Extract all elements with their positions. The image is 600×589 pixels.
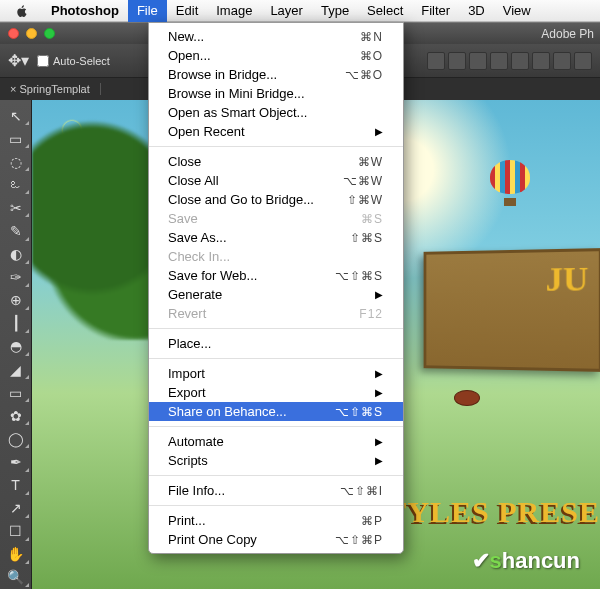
- system-menubar: Photoshop File Edit Image Layer Type Sel…: [0, 0, 600, 22]
- menu-item-browse-in-bridge[interactable]: Browse in Bridge...⌥⌘O: [149, 65, 403, 84]
- watermark: ✔shancun: [472, 548, 580, 574]
- menu-item-new[interactable]: New...⌘N: [149, 27, 403, 46]
- align-btn[interactable]: [574, 52, 592, 70]
- tool-10[interactable]: ◓: [0, 335, 31, 358]
- menu-item-browse-in-mini-bridge[interactable]: Browse in Mini Bridge...: [149, 84, 403, 103]
- file-menu-dropdown: New...⌘NOpen...⌘OBrowse in Bridge...⌥⌘OB…: [148, 22, 404, 554]
- tool-18[interactable]: ☐: [0, 520, 31, 543]
- shortcut: ⌥⇧⌘P: [335, 533, 383, 547]
- menu-file[interactable]: File: [128, 0, 167, 22]
- menu-item-print[interactable]: Print...⌘P: [149, 511, 403, 530]
- menu-item-share-on-behance[interactable]: Share on Behance...⌥⇧⌘S: [149, 402, 403, 421]
- menu-layer[interactable]: Layer: [261, 0, 312, 22]
- align-btn[interactable]: [511, 52, 529, 70]
- auto-select-checkbox[interactable]: Auto-Select: [37, 55, 110, 67]
- menu-item-open[interactable]: Open...⌘O: [149, 46, 403, 65]
- menu-item-label: Import: [168, 366, 205, 381]
- close-button[interactable]: [8, 28, 19, 39]
- tool-12[interactable]: ▭: [0, 381, 31, 404]
- menu-item-open-recent[interactable]: Open Recent▶: [149, 122, 403, 141]
- submenu-arrow-icon: ▶: [375, 126, 383, 137]
- menu-item-automate[interactable]: Automate▶: [149, 432, 403, 451]
- tool-11[interactable]: ◢: [0, 358, 31, 381]
- menu-item-open-as-smart-object[interactable]: Open as Smart Object...: [149, 103, 403, 122]
- menu-view[interactable]: View: [494, 0, 540, 22]
- menu-item-import[interactable]: Import▶: [149, 364, 403, 383]
- menu-item-label: Close: [168, 154, 201, 169]
- shortcut: ⌘W: [358, 155, 383, 169]
- shortcut: ⌘N: [360, 30, 383, 44]
- menu-item-label: Open Recent: [168, 124, 245, 139]
- tool-13[interactable]: ✿: [0, 404, 31, 427]
- menu-image[interactable]: Image: [207, 0, 261, 22]
- menu-item-label: Generate: [168, 287, 222, 302]
- submenu-arrow-icon: ▶: [375, 289, 383, 300]
- shortcut: ⌥⇧⌘S: [335, 269, 383, 283]
- move-tool-icon[interactable]: ✥▾: [8, 51, 29, 70]
- minimize-button[interactable]: [26, 28, 37, 39]
- tool-15[interactable]: ✒: [0, 450, 31, 473]
- tool-3[interactable]: ఒ: [0, 173, 31, 196]
- tool-7[interactable]: ✑: [0, 266, 31, 289]
- menu-item-save-as[interactable]: Save As...⇧⌘S: [149, 228, 403, 247]
- tool-9[interactable]: ┃: [0, 312, 31, 335]
- shortcut: ⇧⌘S: [350, 231, 383, 245]
- tool-20[interactable]: 🔍: [0, 566, 31, 589]
- menu-item-export[interactable]: Export▶: [149, 383, 403, 402]
- menu-item-label: Share on Behance...: [168, 404, 287, 419]
- tool-5[interactable]: ✎: [0, 219, 31, 242]
- align-btn[interactable]: [490, 52, 508, 70]
- shortcut: F12: [359, 307, 383, 321]
- menu-item-print-one-copy[interactable]: Print One Copy⌥⇧⌘P: [149, 530, 403, 549]
- menu-item-label: Open as Smart Object...: [168, 105, 307, 120]
- menu-type[interactable]: Type: [312, 0, 358, 22]
- tool-1[interactable]: ▭: [0, 127, 31, 150]
- document-tab[interactable]: × SpringTemplat: [0, 83, 101, 95]
- menu-item-label: Automate: [168, 434, 224, 449]
- menu-item-save-for-web[interactable]: Save for Web...⌥⇧⌘S: [149, 266, 403, 285]
- menu-item-close-and-go-to-bridge[interactable]: Close and Go to Bridge...⇧⌘W: [149, 190, 403, 209]
- menu-3d[interactable]: 3D: [459, 0, 494, 22]
- menu-edit[interactable]: Edit: [167, 0, 207, 22]
- align-btn[interactable]: [448, 52, 466, 70]
- menu-item-file-info[interactable]: File Info...⌥⇧⌘I: [149, 481, 403, 500]
- menu-item-label: Save As...: [168, 230, 227, 245]
- align-btn[interactable]: [427, 52, 445, 70]
- menu-filter[interactable]: Filter: [412, 0, 459, 22]
- align-btn[interactable]: [469, 52, 487, 70]
- shortcut: ⌘S: [361, 212, 383, 226]
- menu-item-check-in: Check In...: [149, 247, 403, 266]
- menu-item-close-all[interactable]: Close All⌥⌘W: [149, 171, 403, 190]
- menu-item-label: Browse in Bridge...: [168, 67, 277, 82]
- menu-item-generate[interactable]: Generate▶: [149, 285, 403, 304]
- menu-item-label: Save for Web...: [168, 268, 257, 283]
- tool-17[interactable]: ↗: [0, 497, 31, 520]
- tool-4[interactable]: ✂: [0, 196, 31, 219]
- zoom-button[interactable]: [44, 28, 55, 39]
- menu-item-label: Check In...: [168, 249, 230, 264]
- menu-select[interactable]: Select: [358, 0, 412, 22]
- tool-14[interactable]: ◯: [0, 427, 31, 450]
- menu-item-place[interactable]: Place...: [149, 334, 403, 353]
- tool-19[interactable]: ✋: [0, 543, 31, 566]
- auto-select-label: Auto-Select: [53, 55, 110, 67]
- shortcut: ⌘P: [361, 514, 383, 528]
- menu-item-label: Save: [168, 211, 198, 226]
- menu-app-name[interactable]: Photoshop: [42, 0, 128, 22]
- tool-8[interactable]: ⊕: [0, 289, 31, 312]
- tool-6[interactable]: ◐: [0, 243, 31, 266]
- shortcut: ⌥⇧⌘I: [340, 484, 383, 498]
- align-btn[interactable]: [553, 52, 571, 70]
- apple-menu[interactable]: [0, 4, 42, 18]
- submenu-arrow-icon: ▶: [375, 368, 383, 379]
- shortcut: ⇧⌘W: [347, 193, 383, 207]
- menu-item-scripts[interactable]: Scripts▶: [149, 451, 403, 470]
- tool-16[interactable]: T: [0, 474, 31, 497]
- shortcut: ⌥⌘O: [345, 68, 383, 82]
- menu-item-close[interactable]: Close⌘W: [149, 152, 403, 171]
- shortcut: ⌥⇧⌘S: [335, 405, 383, 419]
- align-btn[interactable]: [532, 52, 550, 70]
- tool-2[interactable]: ◌: [0, 150, 31, 173]
- tool-0[interactable]: ↖: [0, 104, 31, 127]
- menu-item-label: Close and Go to Bridge...: [168, 192, 314, 207]
